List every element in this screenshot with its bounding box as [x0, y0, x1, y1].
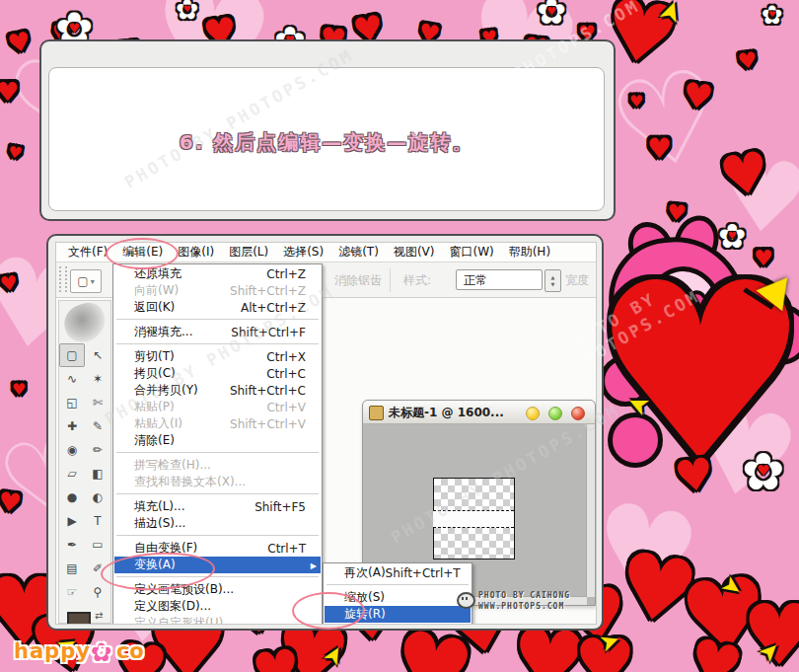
- stepper-down-icon: ▼: [551, 281, 555, 288]
- stepper-up-icon: ▲: [551, 274, 555, 281]
- background-color-swatch[interactable]: [79, 624, 103, 625]
- zoom-button[interactable]: [548, 407, 562, 420]
- crop-tool[interactable]: ◱: [59, 391, 85, 414]
- heart-decoration: ♥: [0, 81, 19, 104]
- style-label: 样式:: [403, 272, 431, 289]
- rect-marquee-tool[interactable]: ▢: [59, 343, 85, 367]
- daisy-decoration: ✿♥: [742, 446, 785, 497]
- menu-separator: [114, 490, 321, 498]
- menu-view[interactable]: 视图(V): [394, 244, 435, 261]
- menu-item-clear[interactable]: 清除(E): [114, 432, 321, 449]
- menu-separator: [114, 449, 321, 457]
- submenu-item-again[interactable]: 再次(A)Shift+Ctrl+T: [325, 564, 471, 581]
- eraser-tool[interactable]: ▱: [59, 462, 85, 485]
- blur-tool[interactable]: ●: [59, 485, 85, 509]
- swap-colors-icon[interactable]: ⇄: [95, 610, 103, 621]
- menu-item-define-custom-shape[interactable]: 定义自定形状(U)...: [114, 615, 321, 625]
- daisy-decoration: ✿♥: [762, 2, 783, 28]
- menu-filter[interactable]: 滤镜(T): [338, 244, 379, 261]
- daisy-decoration: ✿♥: [176, 0, 198, 24]
- menu-file[interactable]: 文件(F): [68, 244, 108, 261]
- notes-tool[interactable]: ▤: [59, 557, 85, 580]
- heart-decoration: ♥: [250, 644, 305, 672]
- heart-decoration: ♥: [12, 383, 26, 397]
- menu-item-cut[interactable]: 剪切(T)Ctrl+X: [114, 348, 321, 365]
- chevron-down-icon: ▾: [91, 277, 95, 286]
- menu-item-find-replace-text[interactable]: 查找和替换文本(X)...: [114, 474, 321, 490]
- close-button[interactable]: [571, 407, 585, 420]
- style-stepper[interactable]: ▲ ▼: [545, 269, 561, 292]
- menu-separator: [114, 340, 321, 348]
- menu-separator: [114, 316, 321, 324]
- heart-decoration: ♥: [629, 95, 643, 109]
- vertical-scrollbar[interactable]: [586, 424, 595, 597]
- logo-n: n: [98, 640, 108, 655]
- canvas-transparent-area[interactable]: [433, 478, 515, 560]
- foreground-color-swatch[interactable]: [67, 612, 91, 625]
- instruction-panel-inner: 6. 然后点编辑—变换—旋转。: [48, 67, 605, 211]
- menu-layer[interactable]: 图层(L): [229, 244, 268, 261]
- heart-decoration: ♥: [672, 453, 716, 497]
- lasso-tool[interactable]: ∿: [59, 367, 85, 391]
- photo-credit-watermark: PHOTO BY CAIHONG WWW.PHOTOPS.COM: [478, 590, 570, 612]
- document-title: 未标题-1 @ 1600...: [389, 401, 504, 424]
- tool-grid: ▢ ↖ ∿ ✶ ◱ ✄ ✚ ✎ ◉ ✏ ▱ ◧ ● ◐ ▶ T ✒: [59, 343, 110, 604]
- menu-item-step-forward[interactable]: 向前(W)Shift+Ctrl+Z: [114, 282, 321, 299]
- heart-decoration: ♥: [716, 146, 773, 203]
- options-bar-grip[interactable]: [59, 266, 67, 292]
- minimize-button[interactable]: [526, 407, 540, 420]
- menu-image[interactable]: 图像(I): [178, 244, 214, 261]
- menu-item-copy[interactable]: 拷贝(C)Ctrl+C: [114, 365, 321, 382]
- page: ♡ ♥ ♡ ♥ ♡ ♥ ♡ ♥ ♥ ♡ ♥ ♡ ♥ ♥ ♥ ♥ ♥ ♥ ♥ ♥ …: [0, 0, 799, 672]
- zoom-tool[interactable]: ⚲: [85, 580, 110, 604]
- menu-item-fill[interactable]: 填充(L)...Shift+F5: [114, 498, 321, 515]
- menu-help[interactable]: 帮助(H): [509, 244, 550, 261]
- slice-tool[interactable]: ✄: [85, 391, 110, 414]
- history-brush-tool[interactable]: ✏: [85, 438, 110, 462]
- color-swatches: ⇄: [63, 610, 107, 625]
- happynco-logo: happy✿nco: [14, 637, 145, 667]
- menu-item-fade[interactable]: 消褪填充...Shift+Ctrl+F: [114, 324, 321, 340]
- type-tool[interactable]: T: [85, 509, 110, 533]
- shape-tool[interactable]: ▭: [85, 533, 110, 557]
- menu-window[interactable]: 窗口(W): [449, 244, 493, 261]
- hand-tool[interactable]: ☞: [59, 580, 85, 604]
- menu-item-define-pattern[interactable]: 定义图案(D)...: [114, 598, 321, 615]
- style-select[interactable]: 正常: [456, 269, 543, 290]
- logo-happy: happy: [14, 639, 91, 663]
- menu-item-check-spelling[interactable]: 拼写检查(H)...: [114, 457, 321, 474]
- document-title-bar[interactable]: 未标题-1 @ 1600...: [363, 401, 595, 424]
- heart-decoration: ♥: [7, 145, 24, 162]
- move-tool[interactable]: ↖: [85, 343, 110, 367]
- gradient-tool[interactable]: ◧: [85, 462, 110, 485]
- marquee-tool-icon: ▢: [77, 274, 88, 288]
- heart-decoration: ♥: [0, 273, 19, 293]
- daisy-decoration: ✿♥: [537, 0, 566, 30]
- menu-item-paste[interactable]: 粘贴(P)Ctrl+V: [114, 399, 321, 415]
- current-tool-dropdown[interactable]: ▢ ▾: [70, 269, 102, 293]
- healing-brush-tool[interactable]: ✚: [59, 414, 85, 438]
- menu-item-copy-merged[interactable]: 合并拷贝(Y)Shift+Ctrl+C: [114, 382, 321, 399]
- heart-decoration: ♥: [0, 489, 23, 515]
- menu-item-stroke[interactable]: 描边(S)...: [114, 515, 321, 532]
- logo-flower: ✿n: [91, 637, 116, 667]
- magic-wand-tool[interactable]: ✶: [85, 367, 110, 391]
- menu-item-step-backward[interactable]: 返回(K)Alt+Ctrl+Z: [114, 299, 321, 316]
- heart-decoration: ♥: [754, 249, 773, 268]
- brush-tool[interactable]: ✎: [85, 414, 110, 438]
- dodge-tool[interactable]: ◐: [85, 485, 110, 509]
- menu-select[interactable]: 选择(S): [283, 244, 324, 261]
- menu-separator: [114, 532, 321, 540]
- path-selection-tool[interactable]: ▶: [59, 509, 85, 533]
- document-icon: [369, 406, 384, 420]
- clone-stamp-tool[interactable]: ◉: [59, 438, 85, 462]
- menu-item-paste-into[interactable]: 粘贴入(I)Shift+Ctrl+V: [114, 415, 321, 432]
- heart-decoration: ♥: [6, 30, 34, 57]
- anti-alias-label: 消除锯齿: [334, 272, 382, 289]
- options-divider: [390, 268, 391, 292]
- pig-logo-icon: [457, 592, 475, 609]
- daisy-decoration: ✿♥: [718, 219, 747, 253]
- width-label: 宽度: [565, 272, 589, 289]
- pen-tool[interactable]: ✒: [59, 533, 85, 557]
- annotation-circle-rotate: [292, 592, 365, 630]
